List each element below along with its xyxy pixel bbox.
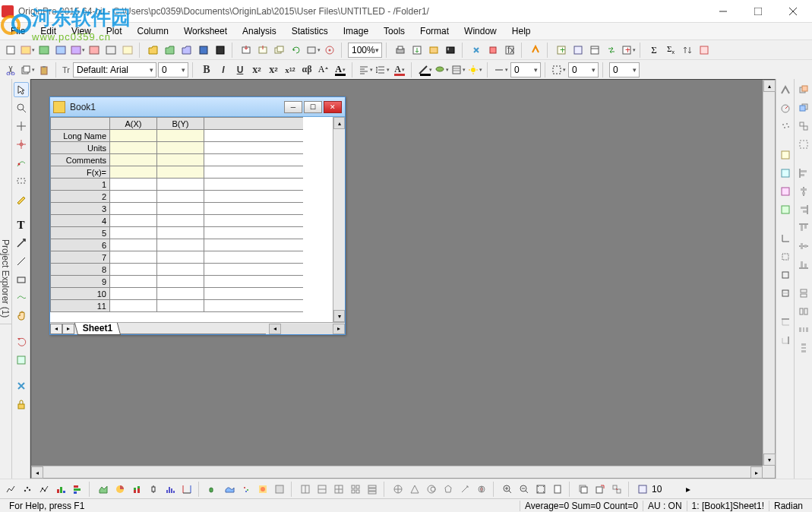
layer-btn-1[interactable] bbox=[778, 147, 793, 163]
zoom-out-button[interactable] bbox=[517, 482, 532, 497]
import-multiple-button[interactable] bbox=[272, 43, 287, 58]
density-button[interactable] bbox=[778, 119, 793, 134]
project-explorer-button[interactable]: +▾ bbox=[621, 43, 636, 58]
line-spacing-button[interactable]: ▾ bbox=[375, 62, 390, 77]
reader-tool[interactable] bbox=[14, 119, 29, 134]
column-header-a[interactable]: A(X) bbox=[110, 118, 157, 130]
zoom-tool[interactable] bbox=[14, 100, 29, 115]
image-plot-button[interactable] bbox=[272, 482, 287, 497]
align-right-obj-button[interactable] bbox=[796, 202, 811, 217]
recalc-button[interactable]: fx bbox=[502, 43, 517, 58]
menu-help[interactable]: Help bbox=[504, 24, 539, 38]
vector-button[interactable] bbox=[457, 482, 472, 497]
pie-plot-button[interactable] bbox=[112, 482, 128, 497]
template-library-button[interactable] bbox=[635, 482, 650, 497]
open-button[interactable] bbox=[146, 43, 161, 58]
row-2[interactable]: 2 bbox=[51, 191, 110, 203]
new-layout-button[interactable] bbox=[103, 43, 118, 58]
print-button[interactable] bbox=[393, 43, 408, 58]
supersub-button[interactable]: x12 bbox=[283, 62, 298, 77]
line-tool[interactable] bbox=[14, 254, 29, 269]
menu-tools[interactable]: Tools bbox=[376, 24, 412, 38]
sheet-tab[interactable]: Sheet1 bbox=[74, 323, 122, 335]
whole-page-button[interactable] bbox=[550, 482, 565, 497]
sheet-nav-first[interactable]: ◂ bbox=[50, 324, 62, 334]
text-tool[interactable]: T bbox=[14, 217, 29, 232]
save-button[interactable] bbox=[196, 43, 211, 58]
window-close-button[interactable] bbox=[776, 0, 810, 23]
row-5[interactable]: 5 bbox=[51, 227, 110, 239]
save-template-button[interactable] bbox=[213, 43, 228, 58]
fill-color-button[interactable]: ▾ bbox=[434, 62, 450, 77]
distribute-h-button[interactable] bbox=[796, 322, 811, 337]
menu-file[interactable]: File bbox=[3, 24, 33, 38]
zoom-combo[interactable]: 100% bbox=[348, 43, 382, 58]
font-color2-button[interactable]: A▾ bbox=[392, 62, 407, 77]
same-height-button[interactable] bbox=[796, 304, 811, 319]
template3-button[interactable] bbox=[331, 482, 346, 497]
status-angle[interactable]: Radian bbox=[769, 501, 807, 511]
obj-group-button[interactable] bbox=[796, 119, 811, 134]
align-center-obj-button[interactable] bbox=[796, 184, 811, 199]
row-longname[interactable]: Long Name bbox=[51, 130, 110, 142]
menu-image[interactable]: Image bbox=[336, 24, 376, 38]
greek-button[interactable]: αβ bbox=[299, 62, 314, 77]
scatter-plot-button[interactable] bbox=[20, 482, 35, 497]
add-right-axis-button[interactable] bbox=[778, 333, 793, 348]
anti-alias-button[interactable] bbox=[778, 82, 793, 97]
results-log-button[interactable] bbox=[570, 43, 586, 58]
subscript-button[interactable]: x2 bbox=[266, 62, 281, 77]
arrow-tool[interactable] bbox=[14, 235, 29, 251]
import-wizard-button[interactable] bbox=[239, 43, 254, 58]
workbook-vscroll[interactable]: ▴ ▾ bbox=[333, 117, 345, 322]
row-6[interactable]: 6 bbox=[51, 239, 110, 251]
menu-window[interactable]: Window bbox=[457, 24, 504, 38]
menu-statistics[interactable]: Statistics bbox=[284, 24, 336, 38]
new-project-button[interactable] bbox=[3, 43, 18, 58]
row-11[interactable]: 11 bbox=[51, 300, 110, 312]
menu-column[interactable]: Column bbox=[130, 24, 176, 38]
stack-plot-button[interactable] bbox=[129, 482, 144, 497]
italic-button[interactable]: I bbox=[216, 62, 231, 77]
3d-bars-button[interactable] bbox=[205, 482, 220, 497]
menu-format[interactable]: Format bbox=[412, 24, 457, 38]
polar-button[interactable] bbox=[390, 482, 406, 497]
sum-button[interactable]: Σ bbox=[646, 43, 662, 58]
hist-plot-button[interactable] bbox=[163, 482, 178, 497]
template4-button[interactable] bbox=[348, 482, 363, 497]
copy-button[interactable]: ▾ bbox=[20, 62, 35, 77]
open-excel-button[interactable] bbox=[179, 43, 194, 58]
contour-button[interactable] bbox=[255, 482, 270, 497]
line-plot-button[interactable] bbox=[3, 482, 18, 497]
code-builder-button[interactable] bbox=[528, 43, 543, 58]
open-template-button[interactable] bbox=[163, 43, 178, 58]
workbook-minimize-button[interactable]: ─ bbox=[284, 101, 302, 113]
superscript-button[interactable]: x2 bbox=[249, 62, 264, 77]
sort-button[interactable] bbox=[680, 43, 695, 58]
row-1[interactable]: 1 bbox=[51, 179, 110, 191]
workbook-hscroll[interactable]: ◂▸ bbox=[269, 324, 345, 334]
row-units[interactable]: Units bbox=[51, 142, 110, 154]
new-graph-button[interactable] bbox=[53, 43, 68, 58]
axis-btn-2[interactable] bbox=[778, 249, 793, 264]
align-left-button[interactable]: ▾ bbox=[359, 62, 374, 77]
transfer-button[interactable] bbox=[604, 43, 619, 58]
status-au[interactable]: AU : ON bbox=[643, 501, 687, 511]
pattern-button[interactable]: ▾ bbox=[451, 62, 466, 77]
layer-btn-2[interactable] bbox=[778, 166, 793, 181]
align-bottom-obj-button[interactable] bbox=[796, 257, 811, 272]
window-maximize-button[interactable] bbox=[741, 0, 776, 23]
pan-tool[interactable] bbox=[14, 308, 29, 324]
new-function-button[interactable] bbox=[87, 43, 102, 58]
radar-button[interactable] bbox=[441, 482, 456, 497]
workspace-vscroll[interactable]: ▴▾ bbox=[763, 80, 775, 466]
pointer-tool[interactable] bbox=[14, 82, 29, 97]
ternary-button[interactable] bbox=[407, 482, 422, 497]
align-left-obj-button[interactable] bbox=[796, 166, 811, 181]
add-top-axis-button[interactable] bbox=[778, 314, 793, 330]
rotate-tool[interactable] bbox=[14, 334, 29, 349]
font-increase-button[interactable]: A bbox=[316, 62, 331, 77]
new-notes-button[interactable] bbox=[120, 43, 135, 58]
cut-button[interactable] bbox=[3, 62, 18, 77]
menu-analysis[interactable]: Analysis bbox=[235, 24, 284, 38]
